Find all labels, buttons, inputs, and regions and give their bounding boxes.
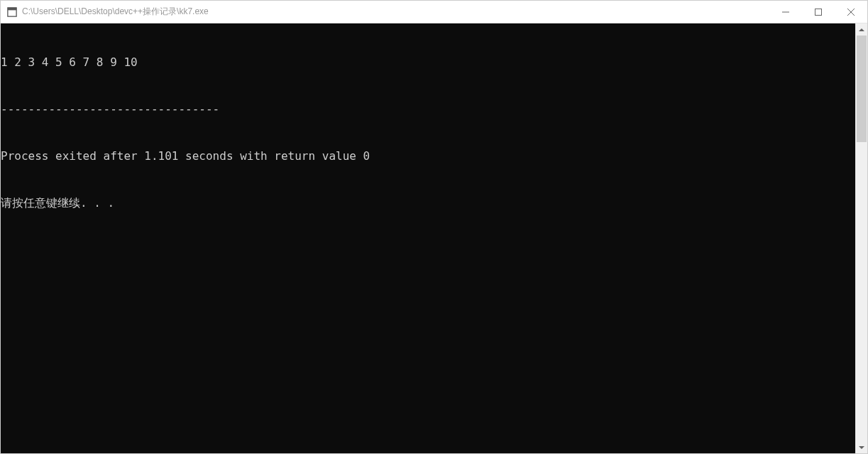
scroll-down-arrow[interactable] — [856, 441, 867, 453]
scroll-thumb[interactable] — [857, 36, 867, 142]
console-line: 请按任意键继续. . . — [1, 195, 855, 211]
close-button[interactable] — [835, 1, 867, 23]
console-line: Process exited after 1.101 seconds with … — [1, 148, 855, 164]
console-line: 1 2 3 4 5 6 7 8 9 10 — [1, 55, 855, 70]
svg-marker-7 — [859, 446, 864, 449]
app-icon — [6, 6, 18, 18]
window-controls — [769, 1, 867, 23]
window-title: C:\Users\DELL\Desktop\devc++操作记录\kk7.exe — [22, 6, 769, 18]
minimize-button[interactable] — [769, 1, 802, 23]
vertical-scrollbar[interactable] — [855, 23, 867, 453]
maximize-button[interactable] — [802, 1, 835, 23]
scroll-up-arrow[interactable] — [856, 23, 867, 36]
console-line: -------------------------------- — [1, 102, 855, 117]
scroll-track[interactable] — [856, 36, 867, 441]
window-titlebar[interactable]: C:\Users\DELL\Desktop\devc++操作记录\kk7.exe — [1, 1, 867, 23]
console-container: 1 2 3 4 5 6 7 8 9 10 -------------------… — [1, 23, 867, 453]
svg-marker-6 — [859, 28, 864, 31]
console-output[interactable]: 1 2 3 4 5 6 7 8 9 10 -------------------… — [1, 23, 855, 453]
svg-rect-3 — [815, 9, 822, 15]
svg-rect-1 — [8, 7, 16, 10]
